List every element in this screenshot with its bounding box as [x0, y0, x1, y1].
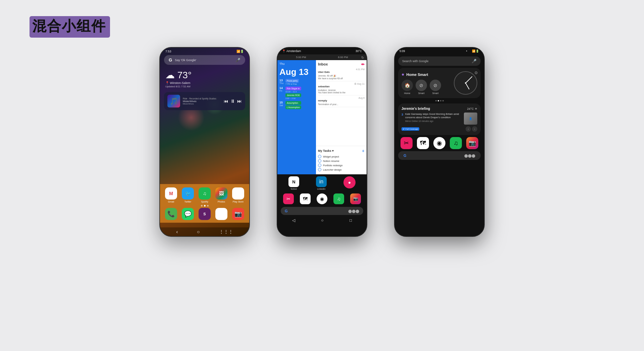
task-label: Widget project: [323, 155, 339, 158]
recents-nav[interactable]: □: [350, 218, 352, 223]
phone3-scissors-app[interactable]: ✂: [400, 137, 413, 149]
phone3-briefing-widget: Jeremie's briefing 24°C ☀ 3 Kate Garrawa…: [398, 103, 481, 135]
calendar-day-13: 13 Thu Pizza party 7 PM at Klap: [279, 79, 314, 85]
chrome-icon[interactable]: ◉: [215, 208, 227, 220]
google-icon: G: [285, 209, 288, 213]
news-item: 3 Kate Garraway skips Good Morning Brita…: [401, 113, 477, 125]
assistant-icon[interactable]: ⬤⬤⬤: [348, 209, 359, 213]
scissors-app[interactable]: ✂: [283, 193, 294, 204]
home-button-sh[interactable]: 🏠 Home: [401, 80, 413, 94]
dot-2: [204, 205, 206, 207]
recents-button[interactable]: ⋮⋮⋮: [219, 229, 233, 234]
phone3-chrome-app[interactable]: ◉: [433, 137, 445, 149]
dot-3: [207, 205, 209, 207]
email-noreply[interactable]: noreply Aug 8 Termination of your...: [318, 95, 365, 107]
event-jeremie: Jeremie ROE: [285, 93, 301, 97]
linkedin-icon: in: [316, 176, 327, 187]
spotify-app[interactable]: ♫ Spotify: [199, 187, 211, 203]
inbox-edit-icon[interactable]: ✏: [361, 62, 365, 67]
task-launcher[interactable]: Launcher design: [318, 168, 365, 171]
calendar-date: Aug 13: [279, 67, 314, 77]
next-button[interactable]: ⏭: [237, 98, 242, 104]
fc-label: Full Coverage: [406, 128, 418, 130]
email-sebastian[interactable]: sebastian 🗓 Aug 11 Invitation: JeremieYo…: [318, 81, 365, 95]
email-ubereats[interactable]: Uber Eats 4:01 PM Jeremie, €8 off! 🎉We h…: [318, 67, 365, 81]
gmail-app[interactable]: M Gmail: [165, 187, 177, 203]
phone1-mic-icon[interactable]: 🎤: [235, 58, 240, 62]
smart-toggle-2[interactable]: ⊘ Smart: [430, 80, 441, 94]
phone-icon[interactable]: 📞: [165, 208, 177, 220]
phone1-search-text: Say 'Ok Google': [175, 58, 235, 62]
phone1-search-bar[interactable]: G Say 'Ok Google' 🎤: [164, 55, 245, 65]
task-widget[interactable]: Widget project: [318, 155, 365, 158]
phone1-updated: Updated 8/21 7:52 AM: [165, 85, 244, 88]
prev-news-button[interactable]: ‹: [466, 126, 471, 132]
home-button[interactable]: ○: [197, 229, 200, 234]
clock-face: [454, 72, 477, 94]
briefing-temp: 24°C ☀: [467, 107, 477, 111]
linkedin-app[interactable]: in LinkedIn: [316, 176, 327, 190]
instagram-app[interactable]: 📷: [350, 193, 361, 204]
notion-label: Notion: [291, 188, 297, 190]
phone3-search-bar[interactable]: Search with Google 🎤: [398, 56, 481, 66]
page-title: 混合小组件: [30, 16, 110, 38]
toggle-icon-2: ⊘: [430, 80, 441, 91]
phone3-bottom-search[interactable]: G ⬤⬤⬤: [398, 151, 481, 160]
spotify-app-2[interactable]: ♫: [333, 193, 344, 204]
play-pause-button[interactable]: ⏸: [230, 98, 235, 104]
phone1-dock: M Gmail 🐦 Twitter ♫ Spotif: [160, 184, 249, 223]
chrome-app-2[interactable]: ◉: [317, 193, 327, 204]
phone2-search-bar[interactable]: G ⬤⬤⬤: [281, 207, 363, 215]
phones-container: 7:53 📶🔋 G Say 'Ok Google' 🎤 ☁ 73° 📍 Wins…: [159, 47, 485, 237]
task-circle-4: [318, 168, 321, 171]
phone3-status-bar: 5:09 • 📶🔋: [395, 48, 484, 54]
music-source: MisterWives: [183, 103, 221, 105]
phone3-maps-app[interactable]: 🗺: [417, 137, 429, 149]
photos-app[interactable]: 🖼 Photos: [215, 187, 227, 203]
twitter-app[interactable]: 🐦 Twitter: [182, 187, 194, 203]
phone3-mic-icon[interactable]: 🎤: [472, 59, 477, 63]
camera-icon[interactable]: 📷: [232, 208, 244, 220]
prev-button[interactable]: ⏮: [224, 98, 228, 104]
calendar-day-14: 14 Fri Rdv Skype le 10:30 – 11:3 Jeremie…: [279, 86, 314, 99]
home-label: Home: [404, 92, 411, 94]
music-controls[interactable]: ⏮ ⏸ ⏭: [224, 98, 242, 104]
smart-home-controls: ● Home Smart 🏠 Home ⊘ Smart ⊘ Smart: [401, 72, 451, 94]
fc-icon: 🗞: [403, 128, 405, 130]
whatsapp-icon[interactable]: 💬: [182, 208, 194, 220]
dot3: [440, 100, 441, 101]
news-thumbnail: 👤: [464, 113, 477, 125]
full-coverage-badge[interactable]: 🗞 Full Coverage: [401, 127, 419, 131]
back-nav[interactable]: ◁: [292, 218, 295, 223]
phone2-navbar: ◁ ○ □: [277, 216, 367, 224]
phone2-apps-row2: ✂ 🗺 ◉ ♫ 📷: [277, 192, 367, 206]
task-notion[interactable]: Notion resume: [318, 159, 365, 163]
next-news-button[interactable]: ›: [472, 126, 477, 132]
toggle-label-2: Smart: [432, 92, 439, 94]
refresh-icon[interactable]: ↻: [361, 56, 364, 59]
maps-app[interactable]: 🗺: [300, 193, 311, 204]
notion-app[interactable]: N Notion: [288, 176, 299, 190]
calendar-day-15: 15 Sat Assumption L'Assomption: [279, 101, 314, 109]
add-task-button[interactable]: +: [362, 148, 365, 153]
phone3-instagram-app[interactable]: 📷: [466, 137, 478, 149]
back-button[interactable]: ‹: [176, 229, 178, 234]
orange-circle-button[interactable]: ●: [343, 176, 356, 188]
task-portfolio[interactable]: Portfolio redesign: [318, 164, 365, 167]
smart-toggle[interactable]: ⊘ Smart: [416, 80, 427, 94]
photos-label: Photos: [218, 201, 225, 203]
linkedin-label: LinkedIn: [317, 188, 326, 190]
news-navigation: ‹ ›: [466, 126, 477, 132]
phone1-icons: 📶🔋: [236, 50, 244, 53]
phone3-spotify-app[interactable]: ♫: [450, 137, 462, 149]
event-assumption: Assumption: [285, 101, 301, 105]
spotify-label: Spotify: [201, 201, 208, 203]
calendar-weekday: Thu: [279, 62, 314, 65]
home-nav[interactable]: ○: [321, 218, 323, 223]
slack-icon[interactable]: S: [199, 208, 211, 220]
playstore-app[interactable]: ▶ Play Store: [232, 187, 244, 203]
gmail-label: Gmail: [168, 201, 174, 203]
assistant-dots[interactable]: ⬤⬤⬤: [464, 154, 475, 158]
phone3-status-icons: • 📶🔋: [466, 49, 479, 53]
phone3-dots: [395, 100, 484, 101]
